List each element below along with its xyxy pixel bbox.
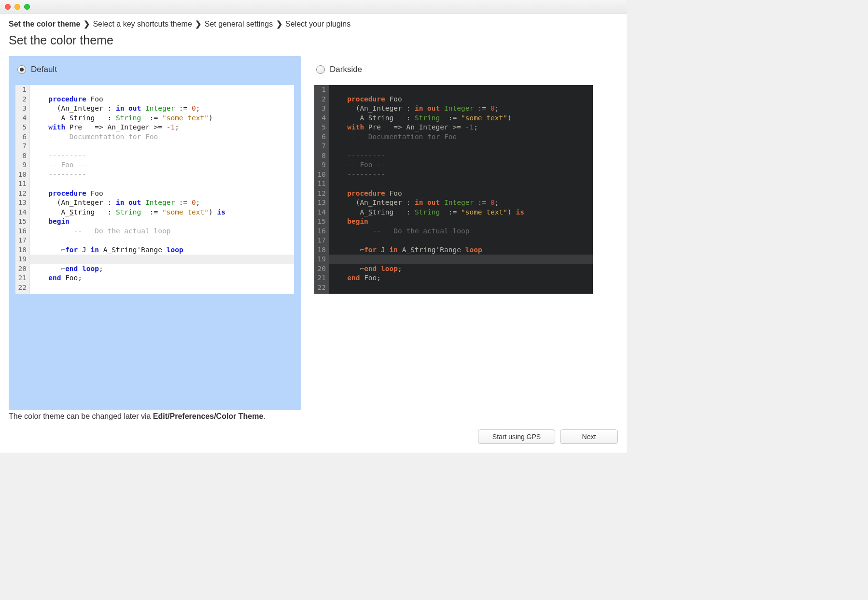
code-body: procedure Foo (An_Integer : in out Integ… [30, 85, 294, 294]
breadcrumb: Set the color theme ❯ Select a key short… [9, 19, 618, 29]
radio-icon[interactable] [17, 65, 26, 74]
chevron-right-icon: ❯ [194, 20, 202, 28]
current-line-highlight [329, 255, 593, 264]
titlebar [0, 0, 627, 14]
minimize-icon[interactable] [14, 4, 20, 10]
chevron-right-icon: ❯ [83, 20, 91, 28]
line-gutter: 12345678910111213141516171819202122 [314, 85, 329, 294]
radio-row[interactable]: Darkside [314, 65, 593, 74]
breadcrumb-current: Set the color theme [9, 20, 80, 28]
theme-option-default[interactable]: Default 12345678910111213141516171819202… [9, 56, 301, 410]
theme-option-darkside[interactable]: Darkside 1234567891011121314151617181920… [308, 56, 600, 410]
radio-icon[interactable] [316, 65, 325, 74]
themes-row: Default 12345678910111213141516171819202… [9, 56, 618, 410]
footer-note-path: Edit/Preferences/Color Theme [153, 412, 264, 420]
footer-note-suffix: . [263, 412, 265, 420]
page-title: Set the color theme [9, 33, 618, 47]
code-preview-default: 12345678910111213141516171819202122 proc… [15, 85, 294, 294]
content-area: Set the color theme ❯ Select a key short… [0, 14, 627, 429]
breadcrumb-step[interactable]: Select a key shortcuts theme [93, 20, 192, 28]
next-button[interactable]: Next [560, 429, 618, 444]
code-body: procedure Foo (An_Integer : in out Integ… [329, 85, 593, 294]
breadcrumb-step[interactable]: Set general settings [205, 20, 273, 28]
radio-label: Darkside [330, 65, 362, 74]
close-icon[interactable] [5, 4, 11, 10]
button-row: Start using GPS Next [0, 429, 627, 453]
wizard-window: Set the color theme ❯ Select a key short… [0, 0, 627, 453]
footer-note: The color theme can be changed later via… [9, 410, 618, 429]
footer-note-prefix: The color theme can be changed later via [9, 412, 153, 420]
start-using-gps-button[interactable]: Start using GPS [478, 429, 555, 444]
radio-row[interactable]: Default [15, 65, 294, 74]
radio-label: Default [31, 65, 57, 74]
current-line-highlight [30, 255, 294, 264]
breadcrumb-step[interactable]: Select your plugins [285, 20, 350, 28]
maximize-icon[interactable] [24, 4, 30, 10]
code-preview-darkside: 12345678910111213141516171819202122 proc… [314, 85, 593, 294]
chevron-right-icon: ❯ [275, 20, 283, 28]
line-gutter: 12345678910111213141516171819202122 [15, 85, 30, 294]
